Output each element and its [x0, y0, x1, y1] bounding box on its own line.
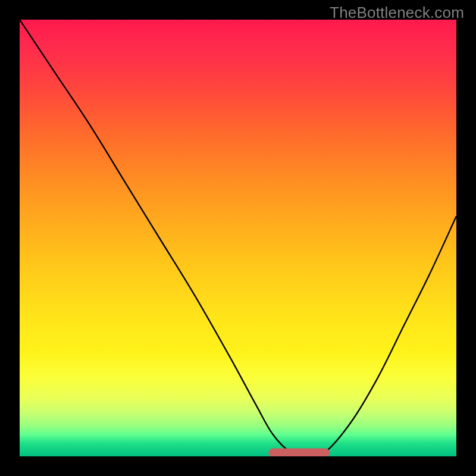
- plot-area: [20, 20, 456, 456]
- chart-frame: TheBottleneck.com: [0, 0, 476, 476]
- bottleneck-curve: [20, 20, 456, 456]
- attribution-text: TheBottleneck.com: [330, 4, 464, 22]
- bottleneck-line: [20, 20, 456, 456]
- optimal-range-highlight: [269, 449, 330, 456]
